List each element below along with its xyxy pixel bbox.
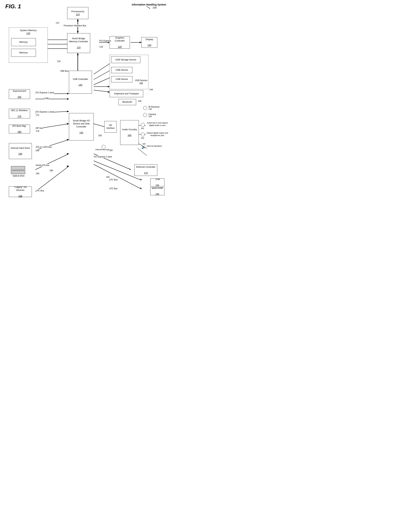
camera-icon (143, 113, 147, 117)
usb-storage-box: USB Storage Device (111, 56, 140, 63)
lpc-bus2-label: LPC Bus (109, 187, 118, 190)
svg-marker-4 (77, 31, 79, 33)
north-bridge-box: North Bridge Memory Controller 115 (67, 33, 90, 53)
label-118: 118 (99, 46, 103, 48)
svg-marker-33 (108, 86, 110, 88)
label-192: 192 (106, 176, 110, 178)
optical-digital-icon (141, 133, 145, 136)
efi-boot-box: EFI-Boot Mgr. 180 (9, 125, 30, 134)
ethernet-box: Ethernet Controller 170 (134, 164, 157, 176)
ata-bus-label: ATA or UATA bus (36, 146, 52, 148)
keyboard-box: Keyboard and Trackpad (110, 90, 143, 97)
tpm-box: TPM 195 (150, 178, 164, 186)
svg-marker-40 (140, 178, 142, 180)
display-box: Display 130 (142, 37, 157, 48)
diagram: FIG. 1 Information Handling System 100 (0, 0, 177, 216)
audio-line-in-label: Audio line-in and optical digital audio … (146, 122, 169, 127)
ir-receiver-label: IR Receiver (149, 106, 160, 108)
svg-line-31 (94, 78, 110, 85)
usb-label: USB (44, 97, 49, 100)
ir-receiver-icon (143, 106, 147, 110)
bluetooth-box: Bluetooth (119, 99, 136, 105)
boot-rom-box: Boot ROM 196 (150, 187, 164, 195)
pci-1lane-wireless-label: PCI Express 1-lane (36, 111, 54, 113)
label-150: 150 (149, 115, 152, 118)
label-144: 144 (149, 88, 153, 91)
optical-drive-icon (11, 166, 25, 174)
svg-line-29 (94, 64, 110, 74)
label-168: 168 (109, 149, 112, 151)
graphics-box: Graphics Controller 125 (110, 36, 130, 49)
pci-1lane-ethernet-label: PCI Express 1-lane (94, 156, 112, 158)
usb-controller-box: USB Controller 140 (69, 71, 92, 94)
label-178: 178 (36, 130, 39, 132)
processor-box: Processor(s) 110 (67, 7, 88, 19)
label-148: 148 (149, 108, 152, 110)
spi-bus-label: SPI bus (36, 127, 43, 129)
internal-speakers-label: Internal Speakers (147, 145, 162, 147)
memory1-box: Memory (11, 38, 36, 46)
svg-marker-26 (67, 153, 69, 155)
svg-marker-24 (67, 139, 69, 141)
label-184: 184 (36, 149, 39, 152)
expresscard-box: ExpressCard 155 (9, 89, 30, 99)
svg-line-23 (35, 140, 69, 150)
system-memory-box: System Memory 120 Memory Memory (9, 27, 48, 63)
system-title: Information Handling System 100 (132, 3, 166, 9)
svg-marker-20 (67, 111, 69, 112)
internal-hd-box: Internal Hard Drive 185 (9, 143, 32, 159)
svg-marker-42 (140, 187, 142, 189)
label-190: 190 (36, 172, 39, 175)
label-166: 166 (142, 143, 145, 145)
svg-marker-28 (67, 165, 69, 167)
legacy-io-box: "Legacy" I/O Devices 198 (9, 186, 32, 197)
svg-marker-6 (77, 53, 79, 55)
svg-marker-3 (77, 19, 79, 21)
label-158: 158 (98, 134, 102, 137)
camera-label: Camera (149, 113, 156, 116)
label-162: 162 (141, 127, 144, 129)
south-bridge-box: South Bridge I/O Device and Disk Control… (69, 113, 94, 141)
audio-line-in-icon (141, 123, 145, 127)
svg-marker-38 (129, 168, 131, 170)
dmi-bus-label: DMI Bus (60, 70, 68, 72)
label-188: 188 (50, 169, 53, 172)
label-112: 112 (56, 22, 59, 24)
optical-drive-label: Optical drive (9, 175, 28, 177)
svg-line-34 (94, 90, 110, 92)
usb-device2-box: USB Device (111, 76, 132, 82)
audio-box: Audio Circuitry 160 (120, 120, 139, 145)
svg-marker-18 (67, 98, 69, 100)
label-119: 119 (57, 60, 60, 63)
hd-interface-box: HD Interface (104, 121, 117, 133)
usb-devices-group: USB Storage Device USB Device USB Device… (110, 55, 149, 89)
processor-bus-label: Processor Interface Bus (64, 24, 86, 27)
optical-digital-label: Optical digital output and headphone jac… (146, 132, 169, 137)
svg-marker-35 (108, 91, 110, 93)
memory2-box: Memory (11, 49, 36, 57)
internal-speakers-icon: 🔊 (142, 145, 146, 149)
svg-line-25 (35, 154, 69, 170)
usb-device1-box: USB Device (111, 67, 132, 73)
lpc-bus1-label: LPC Bus (109, 178, 118, 181)
svg-line-46 (138, 149, 147, 156)
label-172: 172 (36, 114, 39, 116)
svg-marker-16 (67, 93, 69, 95)
internal-mic-icon (102, 145, 105, 149)
svg-marker-22 (67, 123, 69, 125)
svg-line-30 (94, 71, 110, 80)
fig-title: FIG. 1 (5, 3, 21, 10)
pci-1lane-expresscard-label: PCI Express 1-lane (36, 91, 54, 94)
svg-marker-11 (140, 42, 142, 43)
usb-devices-label: USB Devices 142 (135, 79, 147, 85)
serial-ata-label: Serial ATA bus (36, 164, 49, 166)
lpc-bus-legacy-label: LPC Bus (36, 189, 44, 192)
pci-express-label: PCI Express (99, 40, 111, 42)
wireless-box: 802.11 Wireless 175 (9, 109, 30, 119)
label-146: 146 (138, 100, 142, 102)
label-164: 164 (141, 137, 144, 139)
